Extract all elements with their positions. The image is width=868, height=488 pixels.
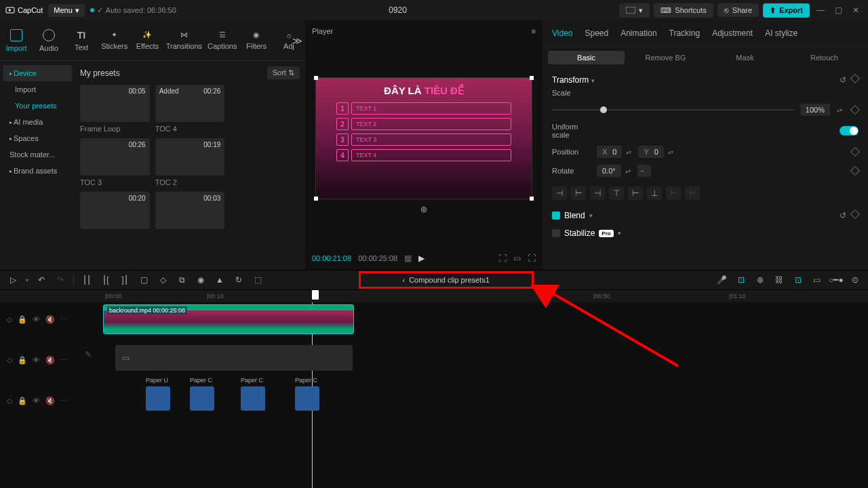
tab-captions[interactable]: ☰Captions [204,30,240,50]
link-icon[interactable]: ⊕ [754,274,766,286]
crop2-tool[interactable]: ⬚ [252,274,264,286]
tab-transitions[interactable]: ⋈Transitions [163,30,204,50]
keyframe-icon[interactable] [850,166,860,176]
rect-icon[interactable]: ▭ [513,253,521,263]
rtab-aistylize[interactable]: AI stylize [765,28,797,38]
scale-value[interactable]: 100% [800,104,830,116]
tab-stickers[interactable]: ✦Stickers [98,30,131,50]
scale-slider[interactable] [552,109,793,110]
rotate-input[interactable]: 0.0° [597,165,621,177]
sidebar-item-stockmat[interactable]: Stock mater... [3,146,72,163]
tab-filters[interactable]: ◉Filters [240,30,273,50]
tab-text[interactable]: TIText [65,30,98,52]
sidebar-item-device[interactable]: ▸Device [3,65,72,81]
preset-card[interactable]: 00:20 [80,192,150,229]
export-button[interactable]: ⬆ Export [763,3,810,18]
reset-icon[interactable]: ↺ [840,211,846,220]
preset-card[interactable]: 00:05Frame Loop [80,85,150,133]
trim-right[interactable]: ]⎮ [119,274,131,286]
mirror-tool[interactable]: ▲ [214,274,226,286]
uniform-toggle[interactable] [840,126,859,136]
screen-icon[interactable]: ▭ [811,274,823,286]
reset-icon[interactable]: ↺ [840,75,846,85]
sidebar-item-yourpresets[interactable]: Your presets [3,98,72,114]
columns-icon[interactable]: ▦ [404,253,412,263]
zoom-slider[interactable]: ○━● [830,274,842,286]
dist-v[interactable]: ⊢ [685,186,700,200]
tabs-more-icon[interactable]: ≫ [292,35,302,46]
snap-icon[interactable]: ⊡ [792,274,804,286]
align-center-h[interactable]: ⊢ [571,186,586,200]
tab-audio[interactable]: Audio [33,29,65,52]
compound-clip-button[interactable]: ‹ Compound clip presets1 [359,271,534,289]
keyframe-icon[interactable] [850,74,860,83]
rtab-adjustment[interactable]: Adjustment [712,28,753,38]
sidebar-item-brandassets[interactable]: ▸Brand assets [3,163,72,179]
trim-left[interactable]: ⎮[ [100,274,112,286]
playhead[interactable] [312,290,319,300]
scan-icon[interactable]: ⛶ [498,253,507,263]
align-left[interactable]: ⊣ [552,186,567,200]
fullscreen-icon[interactable]: ⛶ [528,253,536,263]
mic-icon[interactable]: 🎤 [716,274,728,286]
shortcuts-button[interactable]: ⌨ Shortcuts [654,3,713,18]
subtab-retouch[interactable]: Retouch [786,51,863,64]
tab-import[interactable]: Import [0,29,33,52]
copy-tool[interactable]: ⧉ [176,274,188,286]
audio-clip[interactable]: Paper C [241,386,265,411]
play-button[interactable]: ▶ [418,253,425,263]
chain-icon[interactable]: ⛓ [773,274,785,286]
track-lock[interactable]: 🔒 [18,315,27,324]
aspect-button[interactable]: ▾ [619,3,650,18]
align-right[interactable]: ⊣ [590,186,605,200]
undo-button[interactable]: ↶ [35,274,47,286]
subtab-removebg[interactable]: Remove BG [627,51,704,64]
rotate-tool[interactable]: ↻ [233,274,245,286]
track-eye[interactable]: 👁 [33,315,40,324]
split-tool[interactable]: ⎮⎮ [81,274,93,286]
align-bottom[interactable]: ⊥ [647,186,662,200]
stabilize-checkbox[interactable] [552,229,560,237]
track-mute[interactable]: 🔇 [45,315,55,324]
magnet-icon[interactable]: ⊡ [735,274,747,286]
video-clip[interactable]: backround.mp4 00:00:25:08 [103,304,354,334]
minimize-button[interactable]: — [814,3,827,17]
keyframe-icon[interactable] [850,209,860,219]
align-top[interactable]: ⊤ [609,186,624,200]
rtab-video[interactable]: Video [552,28,572,38]
rtab-animation[interactable]: Animation [620,28,656,38]
maximize-button[interactable]: ▢ [831,3,845,17]
keyframe-icon[interactable] [850,147,860,157]
menu-button[interactable]: Menu ▾ [48,4,85,17]
audio-clip[interactable]: Paper C [295,386,319,411]
center-icon[interactable]: ⊛ [420,205,427,214]
redo-button[interactable]: ↷ [54,274,66,286]
rtab-speed[interactable]: Speed [585,28,608,38]
speed-tool[interactable]: ◉ [195,274,207,286]
close-button[interactable]: ✕ [849,3,863,17]
sidebar-item-aimedia[interactable]: ▸AI media [3,114,72,130]
pointer-tool[interactable]: ▷ [7,274,19,286]
compound-clip[interactable]: ▭ [115,345,353,371]
audio-clip[interactable]: Paper C [190,386,214,411]
preset-card[interactable]: 00:03 [155,192,225,229]
align-center-v[interactable]: ⊢ [628,186,643,200]
crop-tool[interactable]: ▢ [138,274,150,286]
preset-card[interactable]: 00:26TOC 3 [80,138,150,186]
preset-card[interactable]: 00:19TOC 2 [155,138,225,186]
sidebar-item-spaces[interactable]: ▸Spaces [3,130,72,146]
x-input[interactable]: X0 [597,146,622,158]
sort-button[interactable]: Sort ⇅ [267,66,300,79]
keyframe-icon[interactable] [850,105,860,115]
subtab-basic[interactable]: Basic [548,51,625,64]
tab-effects[interactable]: ✨Effects [131,30,163,50]
preset-card[interactable]: Added00:26TOC 4 [155,85,225,133]
blend-checkbox[interactable] [552,211,560,220]
fit-icon[interactable]: ⊙ [849,274,861,286]
track-toggle[interactable]: ◇ [7,315,12,324]
subtab-mask[interactable]: Mask [707,51,783,64]
player-menu-icon[interactable]: ≡ [532,27,536,35]
rtab-tracking[interactable]: Tracking [669,28,701,38]
audio-clip[interactable]: Paper U [146,386,170,411]
preview-canvas[interactable]: ĐÂY LÀ TIÊU ĐỀ 1TEXT 1 2TEXT 2 3TEXT 3 4… [315,77,532,199]
